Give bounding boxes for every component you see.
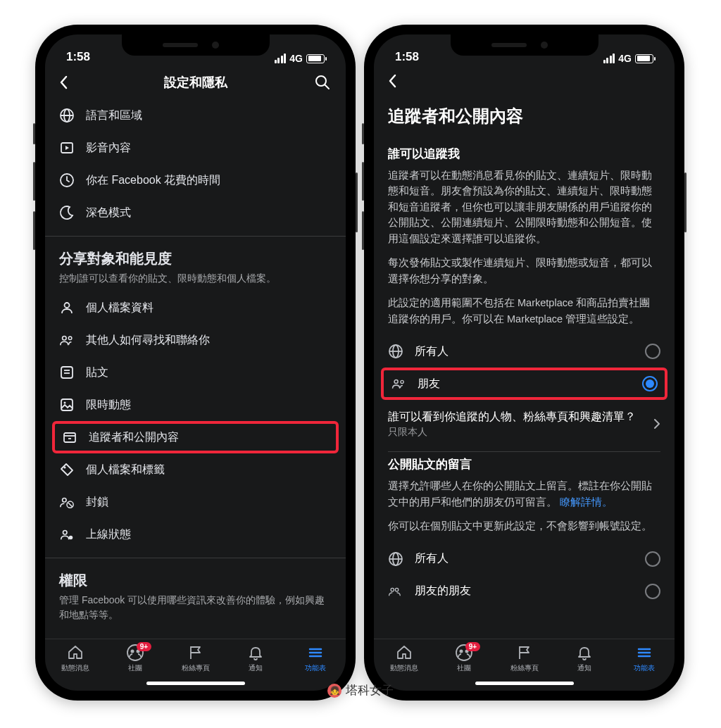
row-label: 限時動態 [86, 398, 131, 413]
notch [451, 34, 598, 56]
row-active-status[interactable]: 上線狀態 [59, 518, 332, 551]
signal-icon [275, 54, 287, 63]
option-public[interactable]: 所有人 [388, 335, 660, 368]
option-label: 朋友 [418, 377, 440, 391]
row-followers-public[interactable]: 追蹤者和公開內容 [52, 421, 339, 453]
globe-icon [388, 344, 403, 359]
back-button[interactable] [388, 74, 405, 88]
tab-groups[interactable]: 9+ 社團 [434, 644, 494, 673]
home-indicator[interactable] [146, 682, 245, 685]
svg-point-19 [63, 498, 67, 503]
body-text: 選擇允許哪些人在你的公開貼文上留言。標註在你公開貼文中的用戶和他們的朋友仍可留言… [388, 478, 660, 510]
nav-title: 誰可以看到你追蹤的人物、粉絲專頁和興趣清單？ [388, 408, 645, 425]
friends-icon [391, 376, 406, 391]
row-media[interactable]: 影音內容 [59, 132, 332, 164]
radio-unselected-icon [645, 344, 660, 359]
tab-notifications[interactable]: 通知 [554, 644, 614, 673]
clock-icon [59, 172, 75, 188]
row-label: 封鎖 [86, 495, 108, 510]
row-dark-mode[interactable]: 深色模式 [59, 196, 332, 229]
svg-rect-15 [64, 433, 75, 442]
option-friends[interactable]: 朋友 [381, 368, 667, 400]
svg-line-21 [68, 502, 72, 506]
header-title: 設定和隱私 [76, 74, 315, 91]
body-text: 你可以在個別貼文中更新此設定，不會影響到帳號設定。 [388, 518, 660, 534]
radio-unselected-icon [645, 551, 660, 567]
row-stories[interactable]: 限時動態 [59, 389, 332, 421]
tab-label: 通知 [249, 663, 263, 673]
tab-groups[interactable]: 9+ 社團 [105, 644, 165, 673]
tab-menu[interactable]: 功能表 [286, 644, 346, 673]
radio-unselected-icon [645, 584, 660, 599]
row-label: 個人檔案和標籤 [86, 463, 165, 477]
tab-pages[interactable]: 粉絲專頁 [494, 644, 554, 673]
tab-pages[interactable]: 粉絲專頁 [165, 644, 225, 673]
row-find-contact[interactable]: 其他人如何尋找和聯絡你 [59, 324, 332, 356]
status-network: 4G [289, 53, 303, 64]
row-label: 語言和區域 [86, 108, 142, 123]
signal-icon [603, 54, 615, 63]
subheading-public-comments: 公開貼文的留言 [388, 456, 660, 472]
back-button[interactable] [59, 75, 76, 89]
tab-label: 動態消息 [390, 663, 418, 673]
option-public-comments[interactable]: 所有人 [388, 543, 660, 575]
svg-point-41 [460, 650, 463, 653]
tab-home[interactable]: 動態消息 [45, 644, 105, 673]
menu-icon [636, 644, 653, 662]
archive-icon [62, 429, 77, 445]
menu-icon [307, 644, 324, 662]
radio-selected-icon [642, 376, 658, 391]
status-network: 4G [618, 53, 632, 64]
row-profile-tags[interactable]: 個人檔案和標籤 [59, 453, 332, 486]
row-label: 你在 Facebook 花費的時間 [86, 173, 220, 188]
tab-label: 社團 [128, 663, 142, 673]
people-plus-icon [59, 332, 75, 348]
svg-rect-10 [61, 367, 73, 378]
notch [122, 34, 270, 56]
person-icon [59, 300, 75, 315]
bell-icon [247, 644, 264, 662]
status-time: 1:58 [66, 50, 90, 64]
body-text: 此設定的適用範圍不包括在 Marketplace 和商品拍賣社團追蹤你的用戶。你… [388, 295, 660, 327]
svg-point-14 [64, 402, 66, 404]
badge: 9+ [137, 642, 151, 651]
header [374, 67, 675, 96]
learn-more-link[interactable]: 瞭解詳情。 [560, 496, 613, 508]
nav-who-can-see-following[interactable]: 誰可以看到你追蹤的人物、粉絲專頁和興趣清單？ 只限本人 [388, 400, 660, 447]
tab-menu[interactable]: 功能表 [615, 644, 675, 673]
active-icon [59, 527, 75, 542]
home-icon [67, 644, 84, 662]
bell-icon [576, 644, 593, 662]
tab-home[interactable]: 動態消息 [374, 644, 434, 673]
home-indicator[interactable] [475, 682, 574, 685]
tab-label: 社團 [457, 663, 471, 673]
row-language[interactable]: 語言和區域 [59, 99, 332, 132]
tab-label: 粉絲專頁 [182, 663, 210, 673]
image-icon [59, 397, 75, 413]
option-label: 所有人 [415, 551, 449, 566]
row-label: 上線狀態 [86, 527, 131, 542]
svg-point-25 [131, 650, 134, 653]
screen-right: 1:58 4G 追蹤者和公開內容 誰可以追蹤我 追蹤者可以在動態消息看見你的貼文… [374, 34, 675, 691]
body-text: 每次發佈貼文或製作連續短片、限時動態或短音，都可以選擇你想分享的對象。 [388, 255, 660, 287]
row-label: 影音內容 [86, 141, 131, 156]
moon-icon [59, 205, 75, 220]
tab-notifications[interactable]: 通知 [225, 644, 285, 673]
phone-right: 1:58 4G 追蹤者和公開內容 誰可以追蹤我 追蹤者可以在動態消息看見你的貼文… [364, 25, 684, 701]
svg-point-7 [65, 303, 70, 308]
subheading-who-can-follow: 誰可以追蹤我 [388, 146, 660, 162]
row-profile-info[interactable]: 個人檔案資料 [59, 291, 332, 324]
svg-point-18 [64, 467, 66, 469]
search-button[interactable] [315, 75, 332, 90]
row-blocking[interactable]: 封鎖 [59, 486, 332, 518]
chevron-right-icon [653, 418, 660, 429]
tab-label: 動態消息 [61, 663, 89, 673]
svg-point-33 [394, 380, 398, 384]
option-friends-of-friends[interactable]: 朋友的朋友 [388, 575, 660, 599]
watermark-text: 塔科女子 [346, 682, 394, 698]
home-icon [396, 644, 413, 662]
option-label: 朋友的朋友 [415, 584, 471, 598]
row-time-spent[interactable]: 你在 Facebook 花費的時間 [59, 164, 332, 196]
row-posts[interactable]: 貼文 [59, 356, 332, 389]
tab-label: 通知 [577, 663, 591, 673]
